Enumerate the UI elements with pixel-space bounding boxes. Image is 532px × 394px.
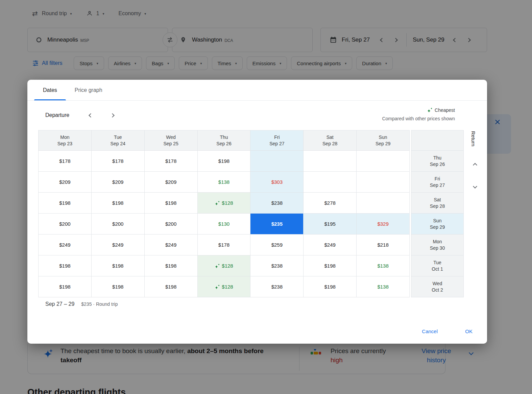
day-header-cell: SunSep 29 (357, 130, 410, 151)
price-cell[interactable]: $198 (145, 193, 198, 214)
price-cell[interactable]: $178 (198, 235, 251, 255)
tab-label: Dates (43, 87, 57, 93)
return-date-cell[interactable]: WedOct 2 (411, 276, 463, 297)
price-cell[interactable]: $198 (92, 255, 145, 276)
cheapest-sparkle-icon (427, 107, 433, 113)
selection-summary: Sep 27 – 29 $235 · Round trip (45, 301, 118, 307)
price-cell[interactable]: $138 (357, 255, 410, 276)
cancel-button[interactable]: Cancel (422, 327, 438, 336)
ok-button[interactable]: OK (465, 327, 473, 336)
cheapest-sparkle-icon (215, 263, 220, 269)
price-cell[interactable]: $200 (92, 214, 145, 235)
return-date-cell[interactable]: ThuSep 26 (411, 151, 463, 172)
price-cell[interactable]: $249 (304, 235, 357, 255)
empty-cell[interactable] (357, 193, 410, 214)
price-cell[interactable]: $200 (39, 214, 92, 235)
tab-price-graph[interactable]: Price graph (66, 80, 111, 100)
price-cell[interactable]: $138 (357, 276, 410, 297)
price-cell[interactable]: $249 (92, 235, 145, 255)
return-axis-label: Return (470, 131, 476, 146)
price-cell[interactable]: $198 (92, 193, 145, 214)
price-cell[interactable]: $249 (145, 235, 198, 255)
price-cell[interactable]: $178 (92, 151, 145, 172)
return-date-cell[interactable]: SunSep 29 (411, 214, 463, 235)
price-cell[interactable]: $278 (304, 193, 357, 214)
price-cell[interactable]: $209 (145, 172, 198, 193)
return-scroll-down-button[interactable] (470, 181, 480, 191)
chevron-left-icon (89, 113, 93, 118)
return-scroll-up-button[interactable] (470, 160, 480, 170)
price-cell[interactable]: $138 (198, 172, 251, 193)
empty-cell[interactable] (357, 172, 410, 193)
price-cell[interactable]: $218 (357, 235, 410, 255)
return-column: ThuSep 26FriSep 27SatSep 28SunSep 29MonS… (411, 130, 464, 297)
price-cell[interactable]: $198 (39, 193, 92, 214)
price-cell[interactable]: $195 (304, 214, 357, 235)
empty-cell[interactable] (357, 151, 410, 172)
price-cell[interactable]: $238 (250, 276, 304, 297)
day-header-cell: SatSep 28 (304, 130, 357, 151)
price-cell[interactable]: $130 (198, 214, 251, 235)
price-cell[interactable]: $200 (145, 214, 198, 235)
day-header-cell: TueSep 24 (92, 130, 145, 151)
cheapest-sparkle-icon (215, 284, 220, 290)
price-cell[interactable]: $128 (198, 255, 251, 276)
chevron-right-icon (110, 113, 115, 118)
tab-dates[interactable]: Dates (34, 80, 66, 100)
price-cell[interactable]: $198 (145, 276, 198, 297)
return-date-cell[interactable]: SatSep 28 (411, 193, 463, 214)
price-cell[interactable]: $198 (198, 151, 251, 172)
price-cell[interactable]: $249 (39, 235, 92, 255)
day-header-cell: MonSep 23 (39, 130, 92, 151)
price-cell[interactable]: $128 (198, 276, 251, 297)
dialog-tabbar: Dates Price graph (27, 80, 487, 101)
day-header-cell: FriSep 27 (250, 130, 304, 151)
departure-next-week-button[interactable] (107, 110, 117, 120)
chevron-down-icon (473, 184, 477, 189)
price-cell[interactable]: $303 (250, 172, 304, 193)
return-header-cell (411, 130, 463, 151)
empty-cell[interactable] (304, 172, 357, 193)
cheapest-sparkle-icon (215, 200, 220, 206)
price-cell[interactable]: $209 (92, 172, 145, 193)
price-cell[interactable]: $198 (39, 276, 92, 297)
price-note: $235 · Round trip (81, 301, 118, 307)
tab-label: Price graph (75, 87, 102, 93)
price-cell[interactable]: $198 (145, 255, 198, 276)
empty-cell[interactable] (304, 151, 357, 172)
price-cell[interactable]: $178 (39, 151, 92, 172)
price-cell[interactable]: $128 (198, 193, 251, 214)
price-cell[interactable]: $259 (250, 235, 304, 255)
departure-prev-week-button[interactable] (86, 110, 95, 120)
compare-note: Compared with other prices shown (382, 116, 455, 121)
day-header-cell: WedSep 25 (145, 130, 198, 151)
day-header-cell: ThuSep 26 (198, 130, 251, 151)
departure-axis-label: Departure (45, 111, 69, 119)
price-cell[interactable]: $238 (250, 255, 304, 276)
return-date-cell[interactable]: FriSep 27 (411, 172, 463, 193)
price-cell[interactable]: $209 (39, 172, 92, 193)
return-date-cell[interactable]: TueOct 1 (411, 255, 463, 276)
price-cell[interactable]: $178 (145, 151, 198, 172)
cheapest-legend: Cheapest Compared with other prices show… (382, 107, 455, 121)
price-cell[interactable]: $198 (92, 276, 145, 297)
price-cell[interactable]: $198 (304, 276, 357, 297)
empty-cell[interactable] (250, 151, 304, 172)
price-grid: MonSep 23TueSep 24WedSep 25ThuSep 26FriS… (38, 130, 410, 297)
date-picker-dialog: Dates Price graph Departure Cheapest Com… (27, 80, 487, 344)
price-cell[interactable]: $329 (357, 214, 410, 235)
date-range: Sep 27 – 29 (45, 301, 74, 307)
price-cell[interactable]: $238 (250, 193, 304, 214)
cheapest-label: Cheapest (435, 107, 455, 113)
return-date-cell[interactable]: MonSep 30 (411, 235, 463, 255)
price-cell[interactable]: $235 (250, 214, 304, 235)
price-cell[interactable]: $198 (304, 255, 357, 276)
active-tab-underline (34, 99, 66, 100)
chevron-up-icon (473, 163, 477, 167)
price-cell[interactable]: $198 (39, 255, 92, 276)
